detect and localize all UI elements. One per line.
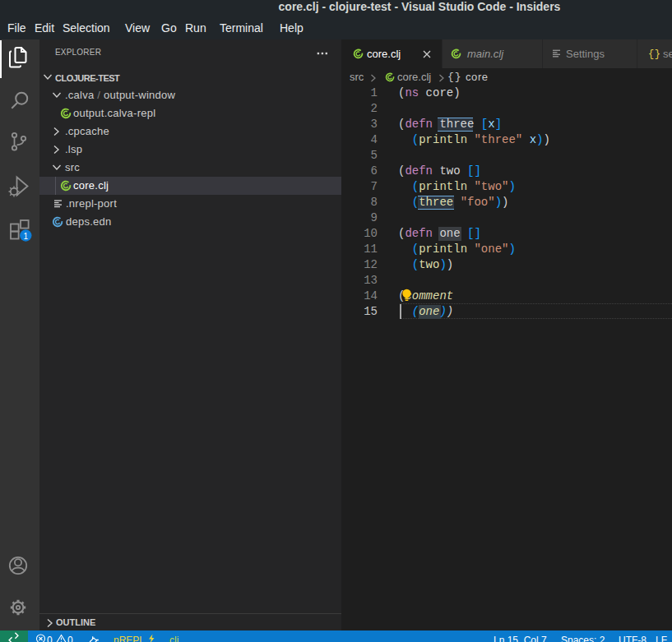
svg-text:1: 1 <box>24 232 29 241</box>
